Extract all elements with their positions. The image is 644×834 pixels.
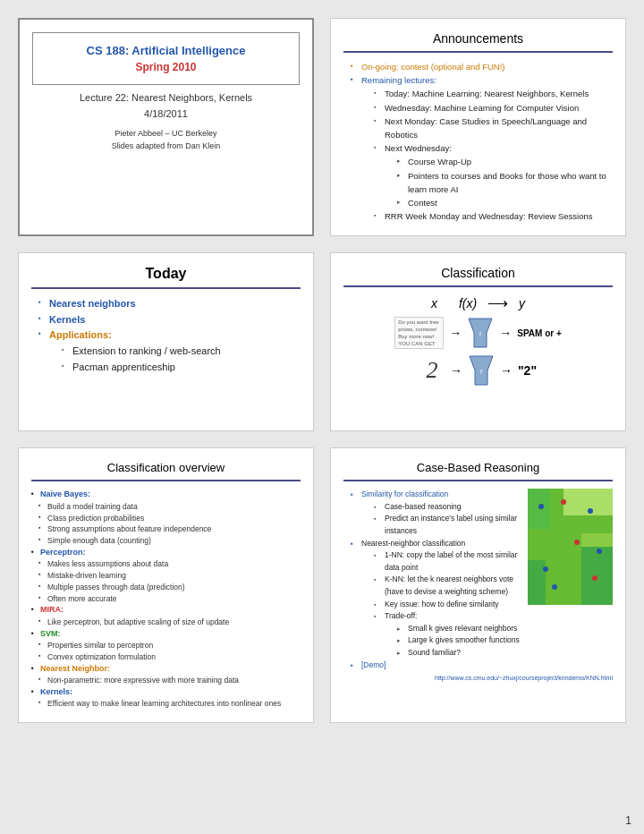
announcement-item1: On-going: contest (optional and FUN!) [351,60,613,73]
slide-today: Today Nearest neighbors Kernels Applicat… [18,252,314,431]
remaining-lec4: Next Wednesday: Course Wrap-Up Pointers … [374,141,613,209]
slide-cbr: Case-Based Reasoning Similarity for clas… [330,447,626,723]
perc-item: Perceptron: [31,547,301,559]
nn-c3: Key issue: how to define similarity [374,599,522,611]
nb-sub2: Class prediction probabilities [31,513,301,524]
nb-item: Naive Bayes: [31,489,301,501]
digit-result: "2" [518,363,537,378]
app1: Extension to ranking / web-search [62,344,301,360]
nn-sub1: Non-parametric: more expressive with mor… [31,675,301,686]
k-sub1: Efficient way to make linear learning ar… [31,698,301,710]
cbr-visual [528,489,613,671]
sim-item: Similarity for classification Case-based… [351,489,522,537]
cbr-chart [528,489,613,605]
author2: Slides adapted from Dan Klein [32,140,300,153]
tradeoff-sublist: Small k gives relevant neighbors Large k… [385,623,522,660]
remaining-lec3: Next Monday: Case Studies in Speech/Lang… [374,115,613,141]
s-sub1: Properties similar to perceptron [31,640,301,651]
nn-c1: 1-NN: copy the label of the most similar… [374,549,522,574]
arrow4: → [500,363,513,378]
sim-sub2: Predict an instance's label using simila… [374,513,522,537]
today-item1: Nearest neighbors [38,296,301,312]
svg-point-10 [561,499,566,505]
nb-sub1: Build a model training data [31,501,301,513]
today-list: Nearest neighbors Kernels Applications: … [31,296,301,375]
author1: Pieter Abbeel – UC Berkeley [32,128,300,140]
p-sub2: Mistake-driven learning [31,570,301,582]
mira-item: MIRA: [31,604,301,617]
trade2: Large k gives smoother functions [397,634,522,647]
cbr-list: Similarity for classification Case-based… [343,489,522,671]
course-title-line2: Spring 2010 [44,61,288,73]
overview-content: Naive Bayes: Build a model training data… [31,489,301,710]
lecture-date: 4/18/2011 [32,108,300,119]
trade3: Sound familiar? [397,647,522,660]
today-title: Today [31,266,301,289]
demo-item: [Demo] [351,660,522,672]
svg-point-13 [543,566,548,572]
y-label: y [519,296,525,311]
slide-announcements: Announcements On-going: contest (optiona… [330,18,626,236]
svg-point-11 [588,508,593,514]
sim-sub1: Case-based reasoning [374,501,522,514]
sim-sublist: Case-based reasoning Predict an instance… [361,501,522,538]
classification-title: Classification [343,266,613,287]
remaining-lec1: Today: Machine Learning: Nearest Neighbo… [374,87,613,100]
applications-list: Extension to ranking / web-search Pacman… [49,344,301,375]
today-item2: Kernels [38,312,301,328]
svg-point-9 [538,504,544,509]
cbr-content: Similarity for classification Case-based… [343,489,613,671]
p-sub1: Makes less assumptions about data [31,558,301,570]
cbr-title: Case-Based Reasoning [343,461,613,481]
nb-sub4: Simple enough data (counting) [31,535,301,547]
announcements-list: On-going: contest (optional and FUN!) Re… [343,60,613,223]
svg-point-16 [597,549,602,554]
fx-label: f(x) [459,296,477,311]
lecture-title: Lecture 22: Nearest Neighbors, Kernels [32,92,300,103]
svg-marker-8 [528,489,550,529]
svg-text:f: f [479,331,481,337]
next-wed3: Contest [397,196,613,209]
next-wed-list: Course Wrap-Up Pointers to courses and B… [385,155,613,209]
remaining-lec5: RRR Week Monday and Wednesday: Review Se… [374,209,613,223]
nn-classif-item: Nearest-neighbor classification 1-NN: co… [351,538,522,660]
page-number: 1 [625,814,631,827]
x-label: x [431,296,437,311]
m-sub1: Like perceptron, but adaptive scaling of… [31,617,301,628]
kernels-item: Kernels: [31,686,301,699]
today-item3: Applications: Extension to ranking / web… [38,328,301,375]
title-box: CS 188: Artificial Intelligence Spring 2… [32,32,300,85]
p-sub4: Often more accurate [31,593,301,605]
svg-point-14 [592,575,597,581]
svg-text:f: f [480,369,482,375]
app2: Pacman apprenticeship [62,360,301,376]
author-info: Pieter Abbeel – UC Berkeley Slides adapt… [32,128,300,152]
funnel-icon: f [467,317,494,349]
slide-classification: Classification x f(x) ⟶ y Do you want fr… [330,252,626,431]
nn-item: Nearest Neighbor: [31,663,301,676]
remaining-lectures-list: Today: Machine Learning: Nearest Neighbo… [361,87,613,223]
next-wed2: Pointers to courses and Books for those … [397,169,613,196]
remaining-lec2: Wednesday: Machine Learning for Computer… [374,101,613,115]
funnel-icon2: f [468,354,495,387]
slide-classification-overview: Classification overview Naive Bayes: Bui… [18,447,314,723]
tradeoff-item: Trade-off: Small k gives relevant neighb… [374,610,522,659]
email-content: Do you want free prizes, contests! Buy m… [394,317,444,349]
demo-url: http://www.cs.cmu.edu/~zhuxj/courseproje… [343,675,613,681]
svg-point-15 [552,584,557,590]
announcement-item2: Remaining lectures: Today: Machine Learn… [351,73,613,223]
next-wed1: Course Wrap-Up [397,155,613,168]
svm-item: SVM: [31,628,301,641]
nb-sub3: Strong assumptions about feature indepen… [31,523,301,535]
overview-title: Classification overview [31,461,301,481]
course-title-line1: CS 188: Artificial Intelligence [44,44,288,57]
arrow3: → [450,363,462,378]
svg-point-12 [574,540,580,545]
arrow2: → [499,326,512,340]
announcements-title: Announcements [343,31,613,53]
right-arrow: ⟶ [487,294,508,311]
arrow1: → [449,326,462,340]
slide-title: CS 188: Artificial Intelligence Spring 2… [18,18,314,236]
s-sub2: Convex optimization formulation [31,651,301,663]
nn-c2: K-NN: let the k nearest neighbors vote (… [374,574,522,598]
